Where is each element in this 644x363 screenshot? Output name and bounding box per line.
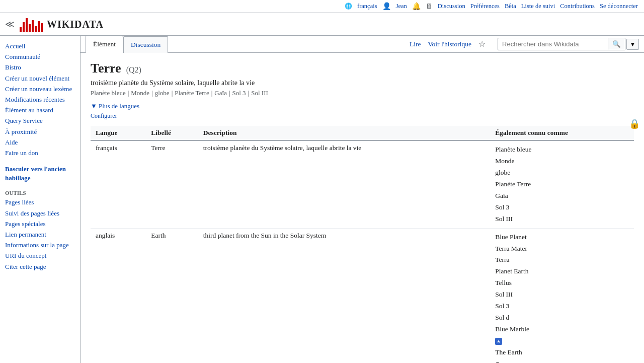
sidebar-item-informations[interactable]: Informations sur la page <box>5 241 75 250</box>
logo-bar <box>26 18 28 32</box>
article-description: troisième planète du Système solaire, la… <box>91 79 634 87</box>
logo-bar <box>29 24 31 32</box>
lire-link[interactable]: Lire <box>410 40 421 48</box>
tablet-icon[interactable]: 🖥 <box>426 3 433 11</box>
content-area: Élément Discussion Lire Voir l'historiqu… <box>80 36 644 363</box>
sidebar-item-pages-speciales[interactable]: Pages spéciales <box>5 220 75 229</box>
site-header: ≪ WIKIDATA <box>0 13 644 36</box>
sidebar-item-pages-liees[interactable]: Pages liées <box>5 198 75 207</box>
more-langs: ▼ Plus de langues <box>91 102 634 110</box>
search-input[interactable] <box>498 38 608 50</box>
beta-link[interactable]: Bêta <box>505 3 516 10</box>
alias-planete-terre: Planète Terre <box>175 89 209 97</box>
logo-bar <box>35 26 37 32</box>
watchlist-link[interactable]: Liste de suivi <box>521 3 555 10</box>
sidebar-item-citer[interactable]: Citer cette page <box>5 262 75 271</box>
alias-globe: globe <box>155 89 170 97</box>
table-header: Langue Libellé Description Également con… <box>91 126 634 140</box>
sidebar-item-uri[interactable]: URI du concept <box>5 251 75 260</box>
sidebar-item-query[interactable]: Query Service <box>5 116 75 125</box>
cell-description: third planet from the Sun in the Solar S… <box>198 228 490 363</box>
tab-discussion[interactable]: Discussion <box>123 36 168 53</box>
more-langs-link[interactable]: ▼ Plus de langues <box>91 102 139 110</box>
logo[interactable]: WIKIDATA <box>20 16 104 32</box>
alias-item: Tellus <box>495 277 629 289</box>
table-row: anglaisEarththird planet from the Sun in… <box>91 228 634 363</box>
search-bar: 🔍 ▼ <box>498 38 639 50</box>
logout-link[interactable]: Se déconnecter <box>600 3 638 10</box>
language-icon: 🌐 <box>345 3 352 10</box>
sidebar-item-accueil[interactable]: Accueil <box>5 42 75 51</box>
sidebar-item-create-lexeme[interactable]: Créer un nouveau lexème <box>5 85 75 94</box>
sidebar-item-nearby[interactable]: À proximité <box>5 127 75 136</box>
logo-bar <box>41 23 43 32</box>
sidebar-item-suivi[interactable]: Suivi des pages liées <box>5 209 75 218</box>
cell-label: Earth <box>146 228 198 363</box>
search-button[interactable]: 🔍 <box>608 38 625 50</box>
alias-sol-iii: Sol III <box>251 89 268 97</box>
alias-symbol: ⊕ <box>495 360 500 363</box>
alias-item: Sol d <box>495 312 629 324</box>
language-table: Langue Libellé Description Également con… <box>91 126 634 363</box>
tab-element[interactable]: Élément <box>86 36 123 53</box>
tools-header: Outils <box>5 190 75 196</box>
logo-bar <box>20 27 22 32</box>
alias-item: Planète Terre <box>495 179 629 190</box>
language-link[interactable]: français <box>357 3 377 10</box>
contributions-link[interactable]: Contributions <box>560 3 595 10</box>
alias-monde: Monde <box>131 89 149 97</box>
alias-item: Sol III <box>495 289 629 301</box>
sidebar-item-recent[interactable]: Modifications récentes <box>5 95 75 104</box>
tab-right-actions: Lire Voir l'historique ☆ 🔍 ▼ <box>410 38 639 50</box>
sidebar-item-communaute[interactable]: Communauté <box>5 52 75 61</box>
alias-item: Sol 3 <box>495 301 629 312</box>
alias-gaia: Gaïa <box>214 89 227 97</box>
notification-icon[interactable]: 🔔 <box>412 2 421 11</box>
col-langue: Langue <box>91 126 146 140</box>
sidebar: Accueil Communauté Bistro Créer un nouve… <box>0 36 80 363</box>
user-icon: 👤 <box>382 2 391 11</box>
toggle-skin-link[interactable]: Basculer vers l'ancien habillage <box>5 165 75 183</box>
logo-bars <box>20 16 43 32</box>
search-dropdown-button[interactable]: ▼ <box>626 39 639 50</box>
tab-bar: Élément Discussion Lire Voir l'historiqu… <box>80 36 644 53</box>
logo-bar <box>32 20 34 32</box>
sidebar-item-random[interactable]: Élément au hasard <box>5 106 75 115</box>
sidebar-navigation: Accueil Communauté Bistro Créer un nouve… <box>5 42 75 158</box>
alias-item: The Earth <box>495 347 629 358</box>
sidebar-item-bistro[interactable]: Bistro <box>5 63 75 72</box>
main-layout: Accueil Communauté Bistro Créer un nouve… <box>0 36 644 363</box>
article-qid: (Q2) <box>126 65 141 75</box>
user-link[interactable]: Jean <box>396 3 407 10</box>
cell-lang: français <box>91 140 146 228</box>
table-header-row: Langue Libellé Description Également con… <box>91 126 634 140</box>
alias-item: Monde <box>495 156 629 167</box>
article-aliases: Planète bleue|Monde|globe|Planète Terre|… <box>91 89 634 97</box>
cell-label: Terre <box>146 140 198 228</box>
article-title: Terre (Q2) <box>91 61 634 76</box>
alias-item: Terra <box>495 254 629 266</box>
article: 🔒 Terre (Q2) troisième planète du Systèm… <box>80 53 644 363</box>
lock-icon: 🔒 <box>629 118 640 129</box>
discussion-link[interactable]: Discussion <box>438 3 465 10</box>
alias-item: Sol III <box>495 213 629 225</box>
sidebar-item-create-element[interactable]: Créer un nouvel élément <box>5 74 75 83</box>
configure-link[interactable]: Configurer <box>91 112 634 120</box>
col-libelle: Libellé <box>146 126 198 140</box>
sidebar-toggle-section: Basculer vers l'ancien habillage <box>5 165 75 183</box>
sidebar-item-donate[interactable]: Faire un don <box>5 149 75 158</box>
sidebar-item-aide[interactable]: Aide <box>5 138 75 147</box>
cell-lang: anglais <box>91 228 146 363</box>
collapse-sidebar-button[interactable]: ≪ <box>5 19 15 30</box>
preferences-link[interactable]: Préférences <box>470 3 500 10</box>
alias-planete-bleue: Planète bleue <box>91 89 126 97</box>
sidebar-item-lien-permanent[interactable]: Lien permanent <box>5 230 75 239</box>
historique-link[interactable]: Voir l'historique <box>428 40 472 48</box>
cell-also-known: Blue PlanetTerra MaterTerraPlanet EarthT… <box>490 228 634 363</box>
logo-bar <box>38 21 40 32</box>
star-icon[interactable]: ☆ <box>478 39 486 49</box>
alias-item: Planète bleue <box>495 144 629 156</box>
logo-bar <box>23 22 25 32</box>
alias-item: globe <box>495 167 629 179</box>
alias-item: Terra Mater <box>495 243 629 255</box>
